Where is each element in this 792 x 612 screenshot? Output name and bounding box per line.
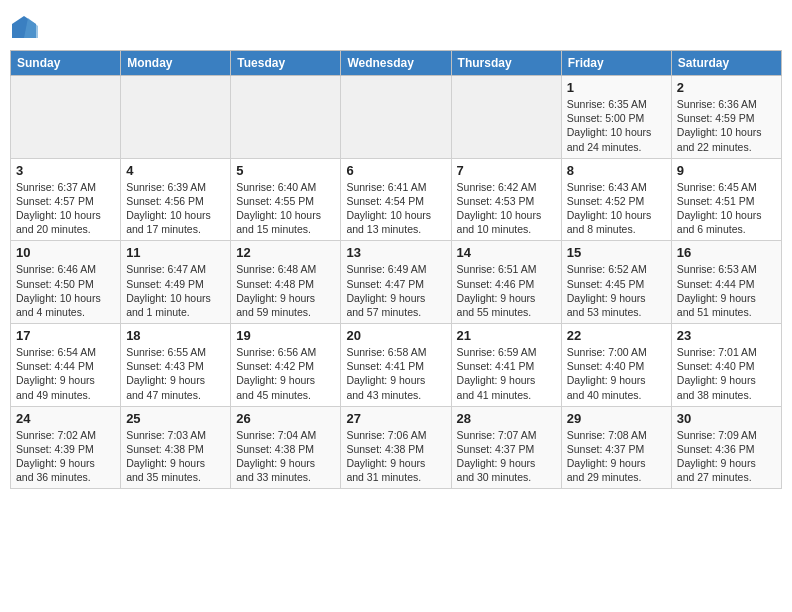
day-info: Sunrise: 6:49 AM Sunset: 4:47 PM Dayligh… (346, 262, 445, 319)
day-info: Sunrise: 7:08 AM Sunset: 4:37 PM Dayligh… (567, 428, 666, 485)
calendar-week-1: 1Sunrise: 6:35 AM Sunset: 5:00 PM Daylig… (11, 76, 782, 159)
day-info: Sunrise: 6:59 AM Sunset: 4:41 PM Dayligh… (457, 345, 556, 402)
logo-icon (10, 14, 38, 42)
day-number: 16 (677, 245, 776, 260)
day-number: 24 (16, 411, 115, 426)
day-number: 28 (457, 411, 556, 426)
day-number: 18 (126, 328, 225, 343)
calendar: SundayMondayTuesdayWednesdayThursdayFrid… (10, 50, 782, 489)
day-info: Sunrise: 7:07 AM Sunset: 4:37 PM Dayligh… (457, 428, 556, 485)
calendar-cell: 3Sunrise: 6:37 AM Sunset: 4:57 PM Daylig… (11, 158, 121, 241)
calendar-cell: 21Sunrise: 6:59 AM Sunset: 4:41 PM Dayli… (451, 324, 561, 407)
calendar-cell: 10Sunrise: 6:46 AM Sunset: 4:50 PM Dayli… (11, 241, 121, 324)
day-number: 23 (677, 328, 776, 343)
day-info: Sunrise: 6:43 AM Sunset: 4:52 PM Dayligh… (567, 180, 666, 237)
day-info: Sunrise: 6:37 AM Sunset: 4:57 PM Dayligh… (16, 180, 115, 237)
calendar-cell: 23Sunrise: 7:01 AM Sunset: 4:40 PM Dayli… (671, 324, 781, 407)
day-info: Sunrise: 6:40 AM Sunset: 4:55 PM Dayligh… (236, 180, 335, 237)
day-info: Sunrise: 6:54 AM Sunset: 4:44 PM Dayligh… (16, 345, 115, 402)
day-info: Sunrise: 6:56 AM Sunset: 4:42 PM Dayligh… (236, 345, 335, 402)
day-number: 3 (16, 163, 115, 178)
calendar-week-2: 3Sunrise: 6:37 AM Sunset: 4:57 PM Daylig… (11, 158, 782, 241)
calendar-header-row: SundayMondayTuesdayWednesdayThursdayFrid… (11, 51, 782, 76)
calendar-cell: 9Sunrise: 6:45 AM Sunset: 4:51 PM Daylig… (671, 158, 781, 241)
day-number: 17 (16, 328, 115, 343)
day-info: Sunrise: 7:09 AM Sunset: 4:36 PM Dayligh… (677, 428, 776, 485)
day-info: Sunrise: 7:04 AM Sunset: 4:38 PM Dayligh… (236, 428, 335, 485)
day-number: 13 (346, 245, 445, 260)
day-number: 25 (126, 411, 225, 426)
calendar-cell: 7Sunrise: 6:42 AM Sunset: 4:53 PM Daylig… (451, 158, 561, 241)
day-number: 9 (677, 163, 776, 178)
day-number: 27 (346, 411, 445, 426)
calendar-cell: 17Sunrise: 6:54 AM Sunset: 4:44 PM Dayli… (11, 324, 121, 407)
day-number: 21 (457, 328, 556, 343)
calendar-week-3: 10Sunrise: 6:46 AM Sunset: 4:50 PM Dayli… (11, 241, 782, 324)
day-info: Sunrise: 6:46 AM Sunset: 4:50 PM Dayligh… (16, 262, 115, 319)
calendar-cell: 1Sunrise: 6:35 AM Sunset: 5:00 PM Daylig… (561, 76, 671, 159)
calendar-cell: 8Sunrise: 6:43 AM Sunset: 4:52 PM Daylig… (561, 158, 671, 241)
day-info: Sunrise: 6:39 AM Sunset: 4:56 PM Dayligh… (126, 180, 225, 237)
calendar-cell (451, 76, 561, 159)
calendar-cell: 4Sunrise: 6:39 AM Sunset: 4:56 PM Daylig… (121, 158, 231, 241)
calendar-cell: 13Sunrise: 6:49 AM Sunset: 4:47 PM Dayli… (341, 241, 451, 324)
day-info: Sunrise: 6:52 AM Sunset: 4:45 PM Dayligh… (567, 262, 666, 319)
calendar-cell: 22Sunrise: 7:00 AM Sunset: 4:40 PM Dayli… (561, 324, 671, 407)
day-info: Sunrise: 6:55 AM Sunset: 4:43 PM Dayligh… (126, 345, 225, 402)
day-number: 11 (126, 245, 225, 260)
header (10, 10, 782, 42)
day-number: 4 (126, 163, 225, 178)
calendar-cell: 18Sunrise: 6:55 AM Sunset: 4:43 PM Dayli… (121, 324, 231, 407)
day-info: Sunrise: 6:47 AM Sunset: 4:49 PM Dayligh… (126, 262, 225, 319)
calendar-week-5: 24Sunrise: 7:02 AM Sunset: 4:39 PM Dayli… (11, 406, 782, 489)
calendar-cell: 2Sunrise: 6:36 AM Sunset: 4:59 PM Daylig… (671, 76, 781, 159)
calendar-cell (231, 76, 341, 159)
day-number: 22 (567, 328, 666, 343)
day-number: 30 (677, 411, 776, 426)
calendar-cell: 29Sunrise: 7:08 AM Sunset: 4:37 PM Dayli… (561, 406, 671, 489)
logo (10, 14, 42, 42)
calendar-cell: 16Sunrise: 6:53 AM Sunset: 4:44 PM Dayli… (671, 241, 781, 324)
calendar-cell: 19Sunrise: 6:56 AM Sunset: 4:42 PM Dayli… (231, 324, 341, 407)
day-number: 10 (16, 245, 115, 260)
day-number: 7 (457, 163, 556, 178)
day-number: 29 (567, 411, 666, 426)
calendar-cell: 27Sunrise: 7:06 AM Sunset: 4:38 PM Dayli… (341, 406, 451, 489)
calendar-cell: 15Sunrise: 6:52 AM Sunset: 4:45 PM Dayli… (561, 241, 671, 324)
calendar-cell: 28Sunrise: 7:07 AM Sunset: 4:37 PM Dayli… (451, 406, 561, 489)
day-info: Sunrise: 7:03 AM Sunset: 4:38 PM Dayligh… (126, 428, 225, 485)
header-saturday: Saturday (671, 51, 781, 76)
day-info: Sunrise: 7:00 AM Sunset: 4:40 PM Dayligh… (567, 345, 666, 402)
header-wednesday: Wednesday (341, 51, 451, 76)
calendar-cell: 6Sunrise: 6:41 AM Sunset: 4:54 PM Daylig… (341, 158, 451, 241)
calendar-cell: 20Sunrise: 6:58 AM Sunset: 4:41 PM Dayli… (341, 324, 451, 407)
day-info: Sunrise: 6:58 AM Sunset: 4:41 PM Dayligh… (346, 345, 445, 402)
day-number: 26 (236, 411, 335, 426)
calendar-cell: 12Sunrise: 6:48 AM Sunset: 4:48 PM Dayli… (231, 241, 341, 324)
day-info: Sunrise: 6:36 AM Sunset: 4:59 PM Dayligh… (677, 97, 776, 154)
calendar-cell: 24Sunrise: 7:02 AM Sunset: 4:39 PM Dayli… (11, 406, 121, 489)
day-number: 5 (236, 163, 335, 178)
header-thursday: Thursday (451, 51, 561, 76)
day-info: Sunrise: 6:35 AM Sunset: 5:00 PM Dayligh… (567, 97, 666, 154)
calendar-cell: 25Sunrise: 7:03 AM Sunset: 4:38 PM Dayli… (121, 406, 231, 489)
day-number: 8 (567, 163, 666, 178)
day-info: Sunrise: 7:06 AM Sunset: 4:38 PM Dayligh… (346, 428, 445, 485)
day-info: Sunrise: 6:45 AM Sunset: 4:51 PM Dayligh… (677, 180, 776, 237)
day-info: Sunrise: 6:53 AM Sunset: 4:44 PM Dayligh… (677, 262, 776, 319)
day-info: Sunrise: 6:41 AM Sunset: 4:54 PM Dayligh… (346, 180, 445, 237)
day-info: Sunrise: 6:48 AM Sunset: 4:48 PM Dayligh… (236, 262, 335, 319)
calendar-cell: 11Sunrise: 6:47 AM Sunset: 4:49 PM Dayli… (121, 241, 231, 324)
day-number: 12 (236, 245, 335, 260)
header-sunday: Sunday (11, 51, 121, 76)
day-number: 2 (677, 80, 776, 95)
calendar-cell (11, 76, 121, 159)
day-info: Sunrise: 6:42 AM Sunset: 4:53 PM Dayligh… (457, 180, 556, 237)
calendar-cell: 5Sunrise: 6:40 AM Sunset: 4:55 PM Daylig… (231, 158, 341, 241)
calendar-cell (341, 76, 451, 159)
header-friday: Friday (561, 51, 671, 76)
day-number: 6 (346, 163, 445, 178)
day-info: Sunrise: 6:51 AM Sunset: 4:46 PM Dayligh… (457, 262, 556, 319)
day-number: 1 (567, 80, 666, 95)
day-number: 14 (457, 245, 556, 260)
